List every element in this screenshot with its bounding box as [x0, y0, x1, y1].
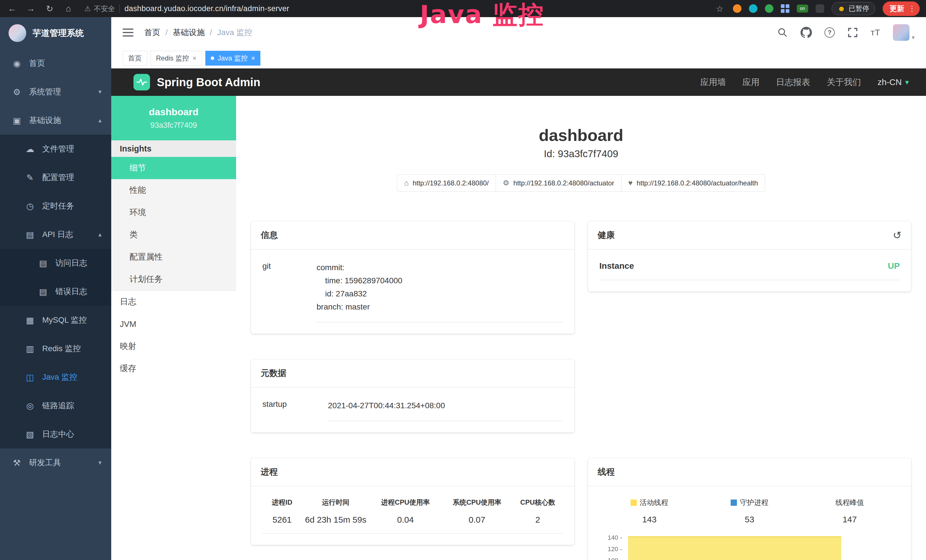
link-actuator-url[interactable]: ⚙ http://192.168.0.2:48080/actuator: [496, 174, 622, 192]
sba-item-mappings[interactable]: 映射: [111, 335, 236, 357]
database-icon: ▥: [24, 344, 35, 354]
sidebar-item-job[interactable]: ◷ 定时任务: [0, 192, 111, 220]
log-icon: ▤: [24, 230, 35, 240]
avatar-caret-icon: ▾: [912, 34, 915, 41]
hamburger-icon[interactable]: [123, 29, 133, 36]
github-icon[interactable]: [800, 27, 812, 38]
sidebar-item-system[interactable]: ⚙ 系统管理 ▾: [0, 77, 111, 106]
process-card: 进程 进程ID 运行时间 进程CPU使用率 系统CPU使用率 CPU核心数: [251, 458, 574, 545]
java-monitor-icon: ◫: [24, 372, 35, 382]
browser-home-button[interactable]: ⌂: [63, 4, 74, 14]
sba-link-journal[interactable]: 日志报表: [776, 76, 810, 88]
threads-chart: 140 120 100: [599, 534, 900, 560]
extension-icon-on-badge[interactable]: on: [797, 5, 808, 12]
back-button[interactable]: ←: [6, 4, 18, 14]
info-value: commit: time: 1596289704000 id: 27aa832 …: [316, 261, 563, 322]
health-card-title: 健康: [598, 229, 615, 241]
instance-header[interactable]: dashboard 93a3fc7f7409: [111, 96, 236, 140]
extension-icon-green[interactable]: [765, 4, 773, 13]
paused-label: 已暂停: [849, 4, 869, 13]
sidebar-item-api-log[interactable]: ▤ API 日志 ▴: [0, 220, 111, 249]
forward-button[interactable]: →: [25, 4, 36, 14]
sidebar-item-mysql[interactable]: ▦ MySQL 监控: [0, 306, 111, 334]
link-health-url[interactable]: ♥ http://192.168.0.2:48080/actuator/heal…: [621, 174, 765, 192]
avatar[interactable]: [893, 24, 909, 41]
user-menu[interactable]: ▾: [893, 24, 915, 41]
font-size-icon[interactable]: тT: [871, 28, 881, 37]
info-card-title: 信息: [251, 221, 574, 250]
tab-home[interactable]: 首页: [123, 51, 147, 66]
sidebar-item-access-log[interactable]: ▤ 访问日志: [0, 249, 111, 277]
locale-select[interactable]: zh-CN ▾: [878, 77, 909, 87]
sba-brand-title: Spring Boot Admin: [157, 76, 260, 89]
info-line: id: 27aa832: [316, 287, 563, 300]
bookmark-star-icon[interactable]: ☆: [714, 4, 726, 14]
sidebar-item-label: 访问日志: [55, 257, 87, 268]
breadcrumb-home[interactable]: 首页: [144, 27, 160, 38]
sba-item-scheduled[interactable]: 计划任务: [111, 268, 236, 291]
sidebar-item-label: MySQL 监控: [42, 315, 87, 325]
y-tick: 140: [599, 534, 622, 542]
sba-link-wallboard[interactable]: 应用墙: [700, 76, 726, 88]
sidebar-item-log-center[interactable]: ▧ 日志中心: [0, 420, 111, 448]
url-text[interactable]: dashboard.yudao.iocoder.cn/infra/admin-s…: [124, 4, 289, 13]
tab-java[interactable]: Java 监控 ×: [205, 51, 260, 66]
process-values: 5261 6d 23h 15m 59s 0.04 0.07 2: [262, 515, 563, 533]
sidebar-item-file[interactable]: ☁ 文件管理: [0, 135, 111, 163]
insights-list: 细节 性能 环境 类 配置属性 计划任务: [111, 157, 236, 291]
live-threads-area: [628, 536, 841, 560]
update-label: 更新: [890, 4, 904, 14]
gear-icon: ⚙: [11, 87, 22, 97]
search-icon[interactable]: [777, 27, 788, 38]
sba-item-configprops[interactable]: 配置属性: [111, 246, 236, 268]
sba-item-environment[interactable]: 环境: [111, 201, 236, 224]
sidebar-item-dev-tools[interactable]: ⚒ 研发工具 ▾: [0, 448, 111, 477]
sba-item-logs[interactable]: 日志: [111, 291, 236, 313]
admin-sidebar: 芋道管理系统 ◉ 首页 ⚙ 系统管理 ▾ ▣ 基础设施 ▴ ☁ 文件管理 ✎: [0, 17, 111, 560]
sba-brand[interactable]: Spring Boot Admin: [133, 74, 260, 91]
reload-button[interactable]: ↻: [44, 4, 55, 14]
browser-menu-icon[interactable]: ⋮: [908, 4, 916, 13]
history-icon[interactable]: ↺: [893, 230, 902, 241]
sba-item-caches[interactable]: 缓存: [111, 357, 236, 380]
sidebar-item-redis[interactable]: ▥ Redis 监控: [0, 334, 111, 363]
extensions-area: ☆ on ☻ 已暂停 更新 ⋮: [714, 2, 920, 16]
sidebar-logo: 芋道管理系统: [0, 17, 111, 49]
sba-link-about[interactable]: 关于我们: [827, 76, 861, 88]
tab-redis[interactable]: Redis 监控 ×: [151, 51, 202, 66]
extensions-puzzle-icon[interactable]: [816, 4, 824, 13]
sidebar-item-infra[interactable]: ▣ 基础设施 ▴: [0, 106, 111, 135]
link-service-url[interactable]: ⌂ http://192.168.0.2:48080/: [397, 174, 496, 192]
extension-icon-grid[interactable]: [781, 4, 790, 13]
health-instance-label: Instance: [599, 261, 634, 271]
sba-item-details[interactable]: 细节: [111, 157, 236, 179]
close-icon[interactable]: ×: [192, 54, 197, 62]
sidebar-item-java[interactable]: ◫ Java 监控: [0, 363, 111, 391]
security-warning[interactable]: ⚠ 不安全: [85, 4, 115, 14]
dashboard-icon: ◉: [11, 59, 22, 68]
page: ← → ↻ ⌂ ⚠ 不安全 dashboard.yudao.iocoder.cn…: [0, 0, 926, 560]
chevron-down-icon: ▾: [98, 459, 101, 466]
fullscreen-icon[interactable]: [847, 27, 858, 38]
sidebar-item-error-log[interactable]: ▤ 错误日志: [0, 277, 111, 306]
metadata-value: 2021-04-27T00:44:31.254+08:00: [328, 399, 563, 421]
sidebar-item-home[interactable]: ◉ 首页: [0, 49, 111, 77]
sba-item-classes[interactable]: 类: [111, 224, 236, 246]
info-line: time: 1596289704000: [316, 274, 563, 287]
paused-badge[interactable]: ☻ 已暂停: [832, 2, 875, 15]
legend-value: 53: [699, 515, 800, 524]
sba-sidebar: dashboard 93a3fc7f7409 Insights 细节 性能 环境…: [111, 96, 236, 560]
sba-item-jvm[interactable]: JVM: [111, 313, 236, 335]
breadcrumb-infra[interactable]: 基础设施: [173, 27, 205, 38]
sba-item-metrics[interactable]: 性能: [111, 179, 236, 201]
sidebar-item-trace[interactable]: ◎ 链路追踪: [0, 391, 111, 420]
address-bar[interactable]: ⚠ 不安全 dashboard.yudao.iocoder.cn/infra/a…: [85, 4, 289, 14]
close-icon[interactable]: ×: [251, 54, 255, 62]
info-line: commit:: [316, 261, 563, 274]
help-icon[interactable]: ?: [825, 27, 835, 38]
extension-icon-orange[interactable]: [733, 4, 741, 13]
sba-link-applications[interactable]: 应用: [742, 76, 760, 88]
sidebar-item-config[interactable]: ✎ 配置管理: [0, 163, 111, 192]
update-button[interactable]: 更新 ⋮: [883, 2, 920, 16]
extension-icon-teal[interactable]: [749, 4, 758, 13]
